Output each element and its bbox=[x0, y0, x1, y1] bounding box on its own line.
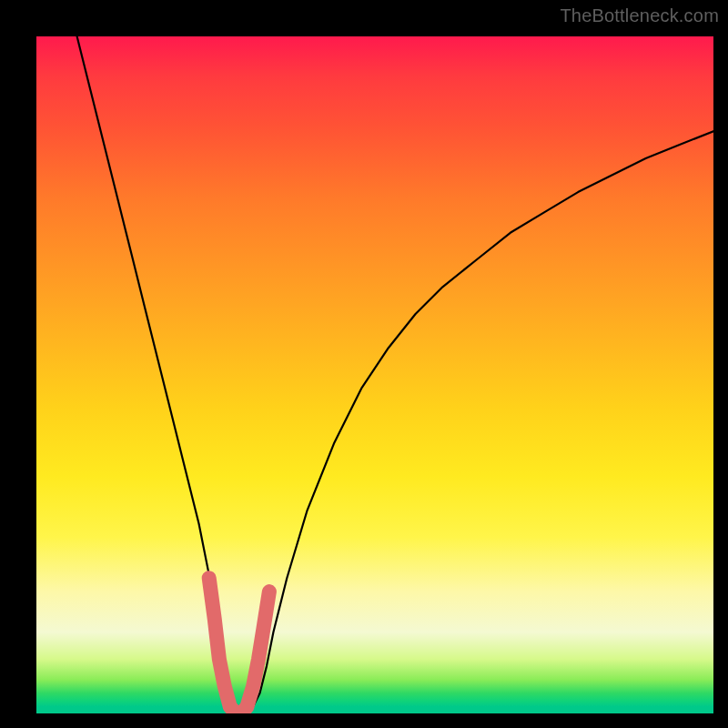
curve-layer bbox=[36, 36, 713, 713]
watermark-text: TheBottleneck.com bbox=[560, 5, 719, 26]
bottleneck-curve bbox=[77, 36, 713, 713]
chart-frame: TheBottleneck.com bbox=[0, 0, 728, 728]
plot-area bbox=[36, 36, 713, 713]
